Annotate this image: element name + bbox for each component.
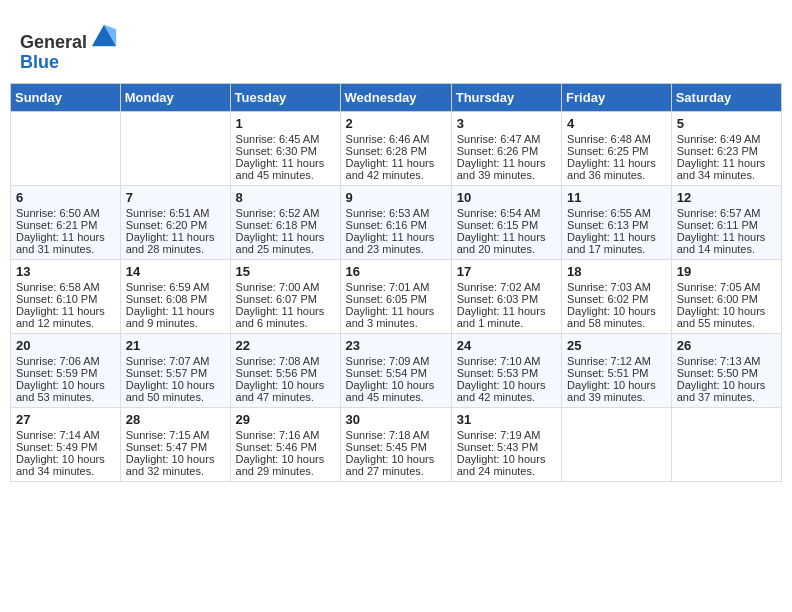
daylight-text: Daylight: 10 hours and 24 minutes. — [457, 453, 546, 477]
daylight-text: Daylight: 10 hours and 55 minutes. — [677, 305, 766, 329]
sunrise-text: Sunrise: 7:15 AM — [126, 429, 210, 441]
calendar-cell: 14 Sunrise: 6:59 AM Sunset: 6:08 PM Dayl… — [120, 259, 230, 333]
sunset-text: Sunset: 6:00 PM — [677, 293, 758, 305]
sunset-text: Sunset: 6:20 PM — [126, 219, 207, 231]
sunrise-text: Sunrise: 6:53 AM — [346, 207, 430, 219]
day-number: 8 — [236, 190, 335, 205]
logo: General Blue — [20, 20, 118, 73]
day-number: 26 — [677, 338, 776, 353]
calendar-cell: 12 Sunrise: 6:57 AM Sunset: 6:11 PM Dayl… — [671, 185, 781, 259]
sunset-text: Sunset: 6:23 PM — [677, 145, 758, 157]
daylight-text: Daylight: 11 hours and 17 minutes. — [567, 231, 656, 255]
sunrise-text: Sunrise: 7:02 AM — [457, 281, 541, 293]
daylight-text: Daylight: 10 hours and 50 minutes. — [126, 379, 215, 403]
day-header-wednesday: Wednesday — [340, 83, 451, 111]
sunrise-text: Sunrise: 7:12 AM — [567, 355, 651, 367]
calendar-cell: 21 Sunrise: 7:07 AM Sunset: 5:57 PM Dayl… — [120, 333, 230, 407]
daylight-text: Daylight: 10 hours and 45 minutes. — [346, 379, 435, 403]
day-number: 31 — [457, 412, 556, 427]
calendar-cell: 22 Sunrise: 7:08 AM Sunset: 5:56 PM Dayl… — [230, 333, 340, 407]
calendar-cell: 10 Sunrise: 6:54 AM Sunset: 6:15 PM Dayl… — [451, 185, 561, 259]
sunset-text: Sunset: 6:30 PM — [236, 145, 317, 157]
calendar-header-row: SundayMondayTuesdayWednesdayThursdayFrid… — [11, 83, 782, 111]
sunset-text: Sunset: 6:02 PM — [567, 293, 648, 305]
sunset-text: Sunset: 6:11 PM — [677, 219, 758, 231]
sunrise-text: Sunrise: 6:48 AM — [567, 133, 651, 145]
sunset-text: Sunset: 5:46 PM — [236, 441, 317, 453]
sunset-text: Sunset: 5:49 PM — [16, 441, 97, 453]
calendar-cell: 24 Sunrise: 7:10 AM Sunset: 5:53 PM Dayl… — [451, 333, 561, 407]
daylight-text: Daylight: 10 hours and 53 minutes. — [16, 379, 105, 403]
sunrise-text: Sunrise: 6:46 AM — [346, 133, 430, 145]
sunrise-text: Sunrise: 7:14 AM — [16, 429, 100, 441]
daylight-text: Daylight: 11 hours and 1 minute. — [457, 305, 546, 329]
sunset-text: Sunset: 6:26 PM — [457, 145, 538, 157]
day-number: 24 — [457, 338, 556, 353]
calendar-cell: 29 Sunrise: 7:16 AM Sunset: 5:46 PM Dayl… — [230, 407, 340, 481]
day-number: 28 — [126, 412, 225, 427]
day-number: 22 — [236, 338, 335, 353]
sunrise-text: Sunrise: 7:13 AM — [677, 355, 761, 367]
calendar-cell: 28 Sunrise: 7:15 AM Sunset: 5:47 PM Dayl… — [120, 407, 230, 481]
sunset-text: Sunset: 5:50 PM — [677, 367, 758, 379]
calendar-cell: 25 Sunrise: 7:12 AM Sunset: 5:51 PM Dayl… — [562, 333, 672, 407]
sunset-text: Sunset: 6:15 PM — [457, 219, 538, 231]
day-header-monday: Monday — [120, 83, 230, 111]
sunrise-text: Sunrise: 7:05 AM — [677, 281, 761, 293]
calendar-cell: 31 Sunrise: 7:19 AM Sunset: 5:43 PM Dayl… — [451, 407, 561, 481]
sunset-text: Sunset: 6:21 PM — [16, 219, 97, 231]
calendar-cell: 30 Sunrise: 7:18 AM Sunset: 5:45 PM Dayl… — [340, 407, 451, 481]
day-number: 4 — [567, 116, 666, 131]
calendar-week-row: 20 Sunrise: 7:06 AM Sunset: 5:59 PM Dayl… — [11, 333, 782, 407]
calendar-cell: 18 Sunrise: 7:03 AM Sunset: 6:02 PM Dayl… — [562, 259, 672, 333]
sunset-text: Sunset: 5:43 PM — [457, 441, 538, 453]
day-number: 17 — [457, 264, 556, 279]
calendar-table: SundayMondayTuesdayWednesdayThursdayFrid… — [10, 83, 782, 482]
sunset-text: Sunset: 6:07 PM — [236, 293, 317, 305]
daylight-text: Daylight: 11 hours and 36 minutes. — [567, 157, 656, 181]
day-number: 11 — [567, 190, 666, 205]
calendar-cell: 4 Sunrise: 6:48 AM Sunset: 6:25 PM Dayli… — [562, 111, 672, 185]
daylight-text: Daylight: 11 hours and 6 minutes. — [236, 305, 325, 329]
day-header-sunday: Sunday — [11, 83, 121, 111]
day-header-saturday: Saturday — [671, 83, 781, 111]
sunrise-text: Sunrise: 6:47 AM — [457, 133, 541, 145]
calendar-cell: 7 Sunrise: 6:51 AM Sunset: 6:20 PM Dayli… — [120, 185, 230, 259]
daylight-text: Daylight: 11 hours and 14 minutes. — [677, 231, 766, 255]
calendar-cell: 2 Sunrise: 6:46 AM Sunset: 6:28 PM Dayli… — [340, 111, 451, 185]
day-number: 3 — [457, 116, 556, 131]
sunset-text: Sunset: 5:56 PM — [236, 367, 317, 379]
sunrise-text: Sunrise: 6:51 AM — [126, 207, 210, 219]
sunrise-text: Sunrise: 7:16 AM — [236, 429, 320, 441]
sunrise-text: Sunrise: 7:18 AM — [346, 429, 430, 441]
sunset-text: Sunset: 6:13 PM — [567, 219, 648, 231]
day-header-thursday: Thursday — [451, 83, 561, 111]
sunset-text: Sunset: 6:28 PM — [346, 145, 427, 157]
sunrise-text: Sunrise: 6:49 AM — [677, 133, 761, 145]
day-number: 16 — [346, 264, 446, 279]
calendar-cell: 11 Sunrise: 6:55 AM Sunset: 6:13 PM Dayl… — [562, 185, 672, 259]
logo-general-text: General — [20, 32, 87, 52]
day-number: 27 — [16, 412, 115, 427]
day-number: 10 — [457, 190, 556, 205]
daylight-text: Daylight: 10 hours and 32 minutes. — [126, 453, 215, 477]
daylight-text: Daylight: 11 hours and 20 minutes. — [457, 231, 546, 255]
daylight-text: Daylight: 10 hours and 58 minutes. — [567, 305, 656, 329]
daylight-text: Daylight: 10 hours and 39 minutes. — [567, 379, 656, 403]
calendar-cell: 8 Sunrise: 6:52 AM Sunset: 6:18 PM Dayli… — [230, 185, 340, 259]
day-number: 12 — [677, 190, 776, 205]
sunset-text: Sunset: 5:53 PM — [457, 367, 538, 379]
day-number: 5 — [677, 116, 776, 131]
calendar-cell: 6 Sunrise: 6:50 AM Sunset: 6:21 PM Dayli… — [11, 185, 121, 259]
calendar-cell: 26 Sunrise: 7:13 AM Sunset: 5:50 PM Dayl… — [671, 333, 781, 407]
daylight-text: Daylight: 10 hours and 37 minutes. — [677, 379, 766, 403]
daylight-text: Daylight: 11 hours and 39 minutes. — [457, 157, 546, 181]
calendar-week-row: 27 Sunrise: 7:14 AM Sunset: 5:49 PM Dayl… — [11, 407, 782, 481]
calendar-cell: 3 Sunrise: 6:47 AM Sunset: 6:26 PM Dayli… — [451, 111, 561, 185]
sunrise-text: Sunrise: 7:06 AM — [16, 355, 100, 367]
sunset-text: Sunset: 6:08 PM — [126, 293, 207, 305]
daylight-text: Daylight: 11 hours and 25 minutes. — [236, 231, 325, 255]
calendar-cell: 16 Sunrise: 7:01 AM Sunset: 6:05 PM Dayl… — [340, 259, 451, 333]
calendar-cell — [120, 111, 230, 185]
sunset-text: Sunset: 6:05 PM — [346, 293, 427, 305]
